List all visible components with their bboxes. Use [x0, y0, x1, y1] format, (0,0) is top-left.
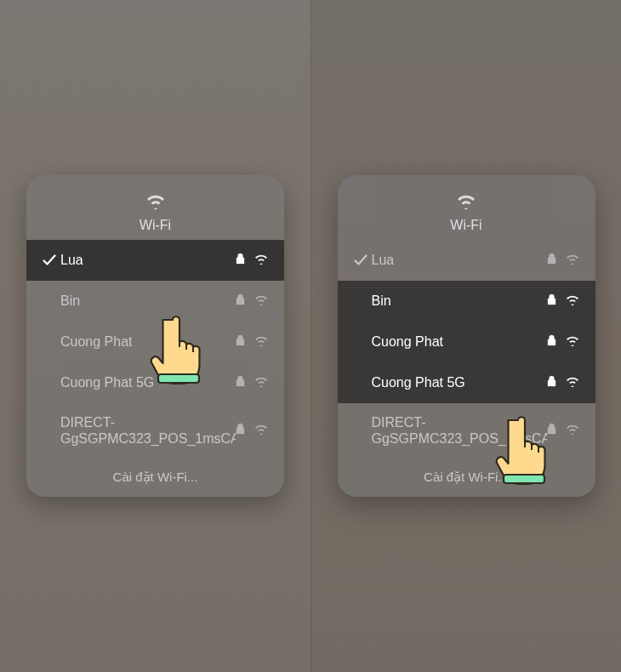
svg-rect-0	[158, 374, 199, 383]
wifi-signal-icon	[565, 375, 580, 390]
network-status-icons	[547, 375, 580, 390]
network-name: Cuong Phat 5G	[60, 374, 236, 390]
wifi-signal-icon	[254, 293, 269, 309]
lock-icon	[236, 253, 245, 268]
lock-icon	[236, 423, 245, 438]
network-status-icons	[236, 253, 269, 268]
lock-icon	[547, 253, 556, 268]
lock-icon	[236, 375, 245, 390]
network-item[interactable]: DIRECT-GgSGPMC323_POS_1msCA	[338, 403, 595, 458]
network-status-icons	[547, 334, 580, 350]
network-status-icons	[236, 423, 269, 438]
svg-rect-1	[504, 475, 544, 483]
popup-title: Wi-Fi	[450, 218, 481, 233]
network-status-icons	[236, 375, 269, 390]
wifi-popup: Wi-Fi LuaBinCuong PhatCuong Phat 5GDIREC…	[338, 175, 595, 497]
wifi-settings-link[interactable]: Cài đặt Wi-Fi...	[338, 458, 595, 492]
network-name: Bin	[60, 293, 236, 309]
wifi-icon	[144, 191, 168, 213]
network-item[interactable]: Lua	[26, 240, 284, 281]
checkmark-icon	[38, 254, 60, 266]
network-name: DIRECT-GgSGPMC323_POS_1msCA	[60, 414, 236, 447]
lock-icon	[547, 293, 556, 309]
network-status-icons	[547, 253, 580, 268]
wifi-settings-link[interactable]: Cài đặt Wi-Fi...	[26, 458, 284, 492]
wifi-signal-icon	[565, 423, 580, 438]
network-status-icons	[236, 293, 269, 309]
lock-icon	[236, 334, 245, 350]
wifi-signal-icon	[565, 334, 580, 350]
network-item[interactable]: DIRECT-GgSGPMC323_POS_1msCA	[26, 403, 284, 458]
network-name: Cuong Phat 5G	[372, 374, 547, 390]
network-status-icons	[236, 334, 269, 350]
popup-header: Wi-Fi	[26, 191, 284, 233]
pointing-hand-icon	[494, 413, 554, 486]
network-item[interactable]: Cuong Phat 5G	[338, 362, 595, 403]
screenshot-right: Wi-Fi LuaBinCuong PhatCuong Phat 5GDIREC…	[310, 0, 621, 672]
network-name: Lua	[372, 252, 547, 268]
network-name: Bin	[372, 293, 547, 309]
wifi-signal-icon	[254, 375, 269, 390]
lock-icon	[236, 293, 245, 309]
network-status-icons	[547, 293, 580, 309]
wifi-signal-icon	[254, 423, 269, 438]
network-list: LuaBinCuong PhatCuong Phat 5GDIRECT-GgSG…	[338, 240, 595, 458]
wifi-icon	[454, 191, 478, 213]
lock-icon	[547, 375, 556, 390]
popup-title: Wi-Fi	[140, 218, 171, 233]
popup-header: Wi-Fi	[338, 191, 595, 233]
wifi-signal-icon	[254, 334, 269, 350]
network-name: Cuong Phat	[372, 333, 547, 350]
network-item[interactable]: Lua	[338, 240, 595, 281]
network-name: Lua	[60, 252, 236, 268]
pointing-hand-icon	[149, 313, 208, 385]
lock-icon	[547, 334, 556, 350]
checkmark-icon	[350, 254, 372, 266]
wifi-signal-icon	[254, 253, 269, 268]
network-name: Cuong Phat	[60, 333, 236, 350]
wifi-signal-icon	[565, 253, 580, 268]
network-item[interactable]: Cuong Phat	[338, 322, 595, 362]
network-item[interactable]: Bin	[338, 281, 595, 322]
screenshot-left: Wi-Fi LuaBinCuong PhatCuong Phat 5GDIREC…	[0, 0, 310, 672]
wifi-signal-icon	[565, 293, 580, 309]
